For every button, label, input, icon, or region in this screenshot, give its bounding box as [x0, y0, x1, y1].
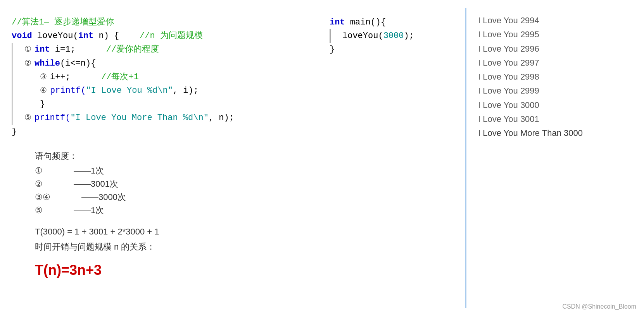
- close-outer-line: }: [12, 125, 306, 139]
- code-comma-2: , n);: [209, 111, 234, 125]
- keyword-void: void: [12, 29, 37, 43]
- circle-2: ②: [24, 57, 31, 69]
- analysis-section: 语句频度： ① ——1次 ② ——3001次 ③④ ——3000次 ⑤ ——1次: [12, 150, 306, 216]
- middle-code-block: int main(){ loveYou(3000); }: [330, 16, 454, 57]
- analysis-row-1: ① ——1次: [35, 165, 306, 177]
- line-5: ⑤ printf("I Love You More Than %d\n", n)…: [17, 111, 306, 125]
- call-close: );: [404, 29, 414, 43]
- line-1: ① int i=1; //爱你的程度: [17, 43, 306, 56]
- comment-n: //n 为问题规模: [140, 29, 203, 43]
- main-close-brace: }: [330, 43, 335, 56]
- comment-plus1: //每次+1: [101, 70, 139, 84]
- output-line-4: I Love You 2998: [478, 70, 632, 84]
- analysis-label: 语句频度：: [35, 150, 306, 162]
- func-name: loveYou(: [37, 29, 78, 43]
- call-arg: 3000: [383, 29, 404, 43]
- close-inner-line: }: [17, 97, 306, 111]
- line-4: ④ printf("I Love You %d\n", i);: [17, 84, 306, 97]
- analysis-dash-1: ——1次: [74, 165, 104, 177]
- output-line-7: I Love You 3001: [478, 112, 632, 126]
- circle-4: ④: [40, 84, 47, 96]
- analysis-dash-5: ——1次: [74, 205, 104, 216]
- code-i-pp: i++;: [50, 70, 101, 84]
- circle-1: ①: [24, 43, 31, 55]
- code-comma-1: , i);: [173, 84, 199, 97]
- analysis-dash-34: ——3000次: [81, 191, 126, 203]
- keyword-int-main: int: [330, 16, 345, 29]
- output-line-8: I Love You More Than 3000: [478, 126, 632, 140]
- code-bordered: ① int i=1; //爱你的程度 ② while (i<=n){ ③ i++…: [12, 43, 306, 125]
- main-func: main(){: [345, 16, 386, 29]
- formula-1: T(3000) = 1 + 3001 + 2*3000 + 1: [35, 224, 306, 240]
- main-line: int main(){: [330, 16, 454, 29]
- output-line-1: I Love You 2995: [478, 28, 632, 42]
- void-line: void loveYou(int n) { //n 为问题规模: [12, 29, 306, 43]
- watermark: CSDN @Shinecoin_Bloom: [562, 303, 636, 310]
- analysis-row-2: ② ——3001次: [35, 178, 306, 190]
- call-loveYou: loveYou(: [342, 29, 383, 43]
- middle-section: int main(){ loveYou(3000); }: [318, 8, 465, 308]
- output-line-5: I Love You 2999: [478, 84, 632, 98]
- close-outer-brace: }: [12, 125, 17, 139]
- line-3: ③ i++; //每次+1: [17, 70, 306, 84]
- code-while-cond: (i<=n){: [60, 57, 96, 70]
- output-container: I Love You 2994I Love You 2995I Love You…: [478, 14, 632, 141]
- code-block: //算法1— 逐步递增型爱你 void loveYou(int n) { //n…: [12, 16, 306, 139]
- analysis-circle-2: ②: [35, 179, 50, 189]
- output-line-0: I Love You 2994: [478, 14, 632, 28]
- analysis-circle-34: ③④: [35, 192, 58, 202]
- analysis-circle-5: ⑤: [35, 205, 50, 215]
- line-2: ② while (i<=n){: [17, 57, 306, 70]
- comment-text-1: //算法1— 逐步递增型爱你: [12, 16, 114, 29]
- analysis-row-34: ③④ ——3000次: [35, 191, 306, 203]
- keyword-int-1: int: [35, 43, 50, 56]
- circle-5: ⑤: [24, 111, 31, 123]
- analysis-dash-2: ——3001次: [74, 178, 118, 190]
- printf-2: printf(: [35, 111, 70, 125]
- formula-big: T(n)=3n+3: [35, 258, 306, 283]
- string-2: "I Love You More Than %d\n": [70, 111, 208, 125]
- output-line-3: I Love You 2997: [478, 56, 632, 70]
- printf-1: printf(: [50, 84, 86, 97]
- param-n: n) {: [93, 29, 140, 43]
- main-close-line: }: [330, 43, 454, 56]
- comment-love: //爱你的程度: [106, 43, 159, 56]
- close-inner-brace: }: [40, 97, 45, 111]
- formula-section: T(3000) = 1 + 3001 + 2*3000 + 1 时间开销与问题规…: [12, 224, 306, 283]
- keyword-while: while: [35, 57, 60, 70]
- code-i-eq-1: i=1;: [50, 43, 106, 56]
- left-section: //算法1— 逐步递增型爱你 void loveYou(int n) { //n…: [0, 8, 318, 308]
- formula-2: 时间开销与问题规模 n 的关系：: [35, 239, 306, 255]
- output-line-6: I Love You 3000: [478, 98, 632, 112]
- circle-3: ③: [40, 70, 47, 83]
- analysis-row-5: ⑤ ——1次: [35, 205, 306, 216]
- string-1: "I Love You %d\n": [86, 84, 173, 97]
- main-container: //算法1— 逐步递增型爱你 void loveYou(int n) { //n…: [0, 0, 644, 316]
- call-line: loveYou(3000);: [335, 29, 454, 43]
- comment-line-1: //算法1— 逐步递增型爱你: [12, 16, 306, 29]
- right-section: I Love You 2994I Love You 2995I Love You…: [465, 8, 644, 308]
- keyword-int-param: int: [78, 29, 94, 43]
- analysis-circle-1: ①: [35, 166, 50, 176]
- main-body: loveYou(3000);: [330, 29, 454, 43]
- output-line-2: I Love You 2996: [478, 42, 632, 56]
